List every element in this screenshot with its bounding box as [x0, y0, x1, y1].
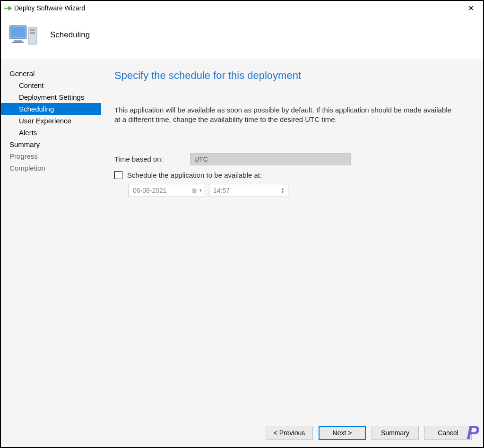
- sidebar-item-content[interactable]: Content: [1, 79, 101, 91]
- sidebar-item-user-experience[interactable]: User Experience: [1, 115, 101, 127]
- sidebar-item-summary[interactable]: Summary: [1, 138, 101, 150]
- calendar-icon: ▦: [191, 187, 197, 194]
- sidebar-item-general[interactable]: General: [1, 68, 101, 79]
- svg-rect-5: [30, 29, 35, 31]
- wizard-window: Deploy Software Wizard ✕ Scheduling Gene…: [0, 0, 484, 448]
- cancel-button[interactable]: Cancel: [424, 426, 472, 440]
- schedule-time-input[interactable]: 14:57 ▲▼: [209, 184, 288, 197]
- schedule-date-input[interactable]: 06-08-2021 ▦ ▼: [129, 184, 205, 197]
- next-button[interactable]: Next >: [319, 426, 366, 440]
- time-based-on-label: Time based on:: [114, 155, 190, 163]
- content-description: This application will be available as so…: [114, 105, 455, 125]
- schedule-time-value: 14:57: [213, 187, 230, 194]
- svg-rect-6: [30, 32, 35, 34]
- content-inner: Specify the schedule for this deployment…: [101, 60, 483, 419]
- time-based-on-value: UTC: [194, 155, 208, 163]
- time-based-on-row: Time based on: UTC: [114, 153, 469, 165]
- previous-button[interactable]: < Previous: [266, 426, 313, 440]
- titlebar: Deploy Software Wizard ✕: [1, 1, 483, 15]
- page-title: Scheduling: [50, 30, 90, 40]
- svg-rect-3: [12, 42, 24, 43]
- sidebar: General Content Deployment Settings Sche…: [1, 60, 101, 447]
- wizard-body: General Content Deployment Settings Sche…: [1, 60, 483, 447]
- schedule-available-label: Schedule the application to be available…: [127, 171, 262, 179]
- chevron-down-icon: ▼: [199, 188, 203, 193]
- sidebar-item-scheduling[interactable]: Scheduling: [1, 103, 101, 115]
- window-title: Deploy Software Wizard: [12, 4, 461, 12]
- close-icon[interactable]: ✕: [461, 4, 480, 13]
- computer-icon: [9, 22, 39, 48]
- wizard-footer: < Previous Next > Summary Cancel: [101, 419, 483, 447]
- content-pane: Specify the schedule for this deployment…: [101, 60, 483, 447]
- time-based-on-select: UTC: [190, 153, 351, 165]
- sidebar-item-alerts[interactable]: Alerts: [1, 127, 101, 138]
- schedule-available-row: Schedule the application to be available…: [114, 171, 469, 179]
- wizard-header: Scheduling: [1, 15, 483, 60]
- sidebar-item-progress: Progress: [1, 150, 101, 162]
- svg-rect-2: [14, 40, 22, 42]
- sidebar-item-completion: Completion: [1, 162, 101, 174]
- schedule-available-checkbox[interactable]: [114, 171, 122, 179]
- content-heading: Specify the schedule for this deployment: [114, 69, 469, 82]
- summary-button[interactable]: Summary: [372, 426, 419, 440]
- time-spinner-icon[interactable]: ▲▼: [279, 187, 286, 194]
- sidebar-item-deployment-settings[interactable]: Deployment Settings: [1, 91, 101, 103]
- schedule-datetime-row: 06-08-2021 ▦ ▼ 14:57 ▲▼: [129, 184, 469, 197]
- svg-rect-1: [11, 27, 25, 37]
- deploy-arrow-icon: [4, 4, 12, 12]
- schedule-date-value: 06-08-2021: [133, 187, 167, 194]
